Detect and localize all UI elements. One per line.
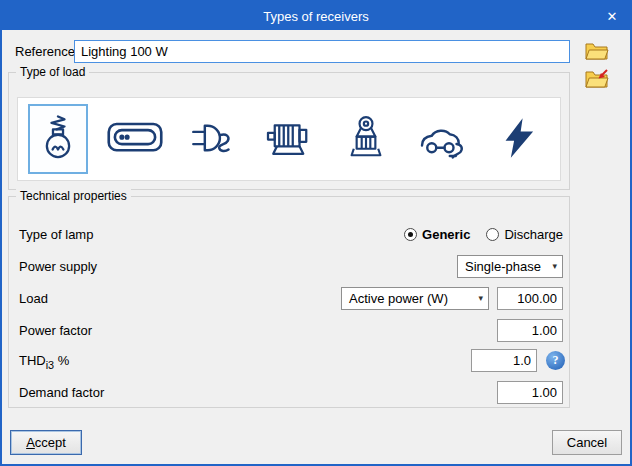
power-factor-label: Power factor bbox=[19, 323, 92, 338]
load-type-electric-vehicle[interactable] bbox=[413, 104, 473, 174]
load-label: Load bbox=[19, 291, 48, 306]
dialog-title: Types of receivers bbox=[263, 9, 369, 24]
thd-input[interactable] bbox=[471, 349, 537, 372]
demand-factor-label: Demand factor bbox=[19, 385, 104, 400]
plug-icon bbox=[189, 115, 235, 164]
close-button[interactable]: ✕ bbox=[594, 2, 630, 30]
demand-factor-row: Demand factor bbox=[19, 381, 563, 404]
load-type-hoist[interactable] bbox=[336, 104, 396, 174]
open-folder-button[interactable] bbox=[582, 39, 612, 65]
load-type-incandescent[interactable] bbox=[28, 104, 88, 174]
help-button[interactable]: ? bbox=[546, 351, 565, 370]
power-factor-row: Power factor bbox=[19, 319, 563, 342]
radio-dot-icon bbox=[486, 228, 499, 241]
title-bar: Types of receivers ✕ bbox=[2, 2, 630, 30]
power-supply-select[interactable]: Single-phase ▾ bbox=[457, 255, 563, 278]
load-type-strip bbox=[17, 97, 561, 181]
close-icon: ✕ bbox=[607, 9, 618, 24]
chevron-down-icon: ▾ bbox=[552, 262, 557, 271]
type-of-load-group: Type of load bbox=[8, 72, 570, 190]
technical-properties-group: Technical properties Type of lamp Generi… bbox=[8, 196, 570, 408]
power-factor-input[interactable] bbox=[497, 319, 563, 342]
load-row: Load Active power (W) ▾ bbox=[19, 287, 563, 310]
power-supply-label: Power supply bbox=[19, 259, 97, 274]
fluorescent-luminaire-icon bbox=[107, 120, 163, 159]
power-supply-value: Single-phase bbox=[465, 259, 541, 274]
load-type-plug[interactable] bbox=[182, 104, 242, 174]
cancel-button[interactable]: Cancel bbox=[552, 430, 622, 455]
electric-vehicle-icon bbox=[418, 114, 468, 165]
dialog-types-of-receivers: Types of receivers ✕ Reference Type of l… bbox=[0, 0, 632, 466]
lightning-bolt-icon bbox=[499, 115, 541, 164]
load-mode-value: Active power (W) bbox=[349, 291, 448, 306]
reference-label: Reference bbox=[15, 44, 75, 59]
type-of-load-title: Type of load bbox=[16, 65, 89, 79]
radio-discharge-label: Discharge bbox=[504, 227, 563, 242]
demand-factor-input[interactable] bbox=[497, 381, 563, 404]
radio-dot-icon bbox=[404, 228, 417, 241]
incandescent-lamp-icon bbox=[35, 115, 81, 164]
type-of-lamp-label: Type of lamp bbox=[19, 227, 93, 242]
reference-input[interactable] bbox=[74, 40, 570, 63]
load-type-motor[interactable] bbox=[259, 104, 319, 174]
radio-generic-label: Generic bbox=[422, 227, 470, 242]
type-of-lamp-row: Type of lamp Generic Discharge bbox=[19, 223, 563, 246]
type-of-lamp-radios: Generic Discharge bbox=[404, 223, 563, 246]
folder-open-icon bbox=[585, 41, 609, 64]
hoist-machine-icon bbox=[343, 115, 389, 164]
technical-properties-title: Technical properties bbox=[16, 189, 131, 203]
load-type-fluorescent[interactable] bbox=[105, 104, 165, 174]
load-type-generic[interactable] bbox=[490, 104, 550, 174]
load-value-input[interactable] bbox=[497, 287, 563, 310]
export-folder-button[interactable] bbox=[582, 67, 612, 93]
question-mark-icon: ? bbox=[553, 353, 559, 368]
radio-generic[interactable]: Generic bbox=[404, 227, 470, 242]
motor-icon bbox=[265, 114, 313, 165]
load-mode-select[interactable]: Active power (W) ▾ bbox=[341, 287, 489, 310]
thd-row: THDi3 % ? bbox=[19, 349, 563, 372]
power-supply-row: Power supply Single-phase ▾ bbox=[19, 255, 563, 278]
radio-discharge[interactable]: Discharge bbox=[486, 227, 563, 242]
folder-export-red-arrow-icon bbox=[585, 69, 609, 92]
thd-label: THDi3 % bbox=[19, 353, 69, 371]
chevron-down-icon: ▾ bbox=[478, 294, 483, 303]
accept-button[interactable]: Accept bbox=[10, 430, 82, 455]
